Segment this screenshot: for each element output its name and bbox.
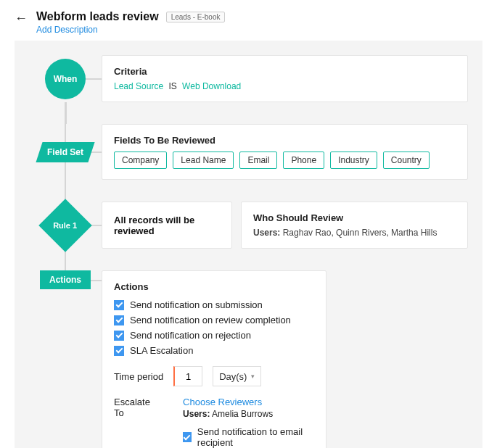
fields-title: Fields To Be Reviewed — [114, 135, 456, 146]
field-chip[interactable]: Phone — [283, 152, 324, 169]
rule-records-card[interactable]: All records will be reviewed — [102, 202, 232, 249]
criteria-operator: IS — [168, 81, 176, 91]
escalate-to-label: Escalate To — [114, 397, 154, 448]
chevron-down-icon: ▾ — [251, 373, 255, 380]
flow-node-actions-label: Actions — [49, 275, 81, 285]
actions-card: Actions Send notification on submission … — [102, 270, 326, 448]
criteria-title: Criteria — [114, 66, 456, 77]
checkbox-notify-email[interactable] — [183, 432, 192, 442]
checkbox-label: Send notification on review completion — [130, 315, 291, 325]
criteria-value[interactable]: Web Download — [182, 81, 241, 91]
escalate-users-list: Amelia Burrows — [212, 409, 273, 419]
field-chip[interactable]: Country — [383, 152, 430, 169]
page-title: Webform leads review — [36, 10, 159, 23]
field-chip[interactable]: Lead Name — [173, 152, 234, 169]
checkbox-notify-rejection[interactable] — [114, 331, 124, 341]
checkbox-label: Send notification on submission — [130, 299, 263, 310]
criteria-card[interactable]: Criteria Lead Source IS Web Download — [102, 55, 468, 102]
field-chip[interactable]: Email — [239, 152, 277, 169]
checkbox-label: SLA Escalation — [130, 345, 193, 356]
back-arrow-icon[interactable]: ← — [15, 12, 28, 25]
flow-node-rule[interactable]: Rule 1 — [38, 199, 92, 252]
module-badge: Leads - E-book — [166, 12, 226, 22]
notify-email-label: Send notification to email recipient — [197, 426, 314, 448]
time-unit-value: Day(s) — [219, 371, 247, 382]
flow-node-fieldset[interactable]: Field Set — [36, 142, 94, 162]
field-chip[interactable]: Company — [114, 152, 167, 169]
field-chip[interactable]: Industry — [330, 152, 377, 169]
flow-node-when[interactable]: When — [45, 59, 86, 99]
fields-card[interactable]: Fields To Be Reviewed Company Lead Name … — [102, 124, 468, 180]
criteria-field[interactable]: Lead Source — [114, 81, 163, 91]
add-description-link[interactable]: Add Description — [36, 25, 98, 35]
checkbox-label: Send notification on rejection — [130, 330, 251, 341]
time-period-label: Time period — [114, 371, 163, 382]
choose-reviewers-link[interactable]: Choose Reviewers — [183, 397, 314, 407]
flow-node-when-label: When — [54, 74, 78, 84]
flow-node-actions[interactable]: Actions — [40, 270, 91, 289]
who-users-label: Users: — [253, 228, 280, 238]
rule-records-text: All records will be reviewed — [114, 215, 220, 236]
time-unit-select[interactable]: Day(s) ▾ — [213, 366, 261, 386]
who-review-card[interactable]: Who Should Review Users: Raghav Rao, Qui… — [241, 202, 468, 249]
flow-node-rule-label: Rule 1 — [53, 220, 77, 229]
flow-node-fieldset-label: Field Set — [47, 147, 83, 157]
escalate-users-label: Users: — [183, 409, 210, 419]
checkbox-sla-escalation[interactable] — [114, 346, 124, 356]
time-period-input[interactable] — [173, 366, 202, 386]
checkbox-notify-submission[interactable] — [114, 300, 124, 310]
who-review-title: Who Should Review — [253, 212, 456, 223]
who-users-list: Raghav Rao, Quinn Rivers, Martha Hills — [283, 228, 438, 238]
actions-title: Actions — [114, 281, 314, 292]
checkbox-notify-completion[interactable] — [114, 315, 124, 325]
